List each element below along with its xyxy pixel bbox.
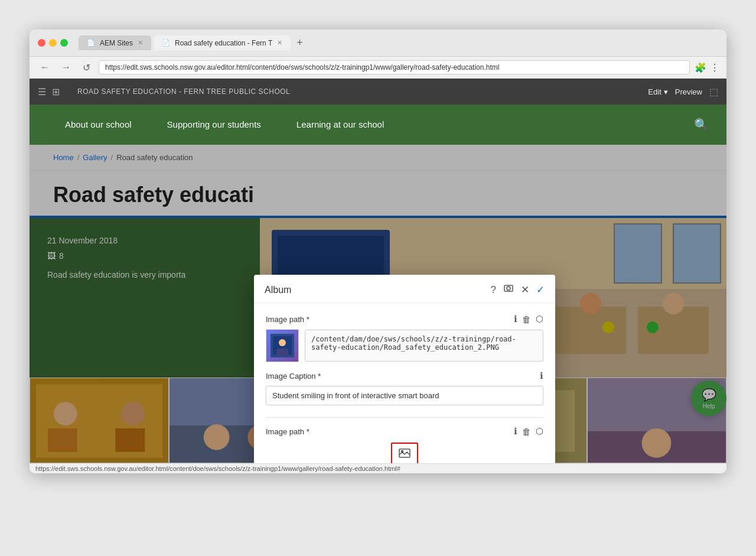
refresh-button[interactable]: ↺ [79, 61, 94, 74]
nav-item-supporting[interactable]: Supporting our students [149, 113, 279, 136]
image-path-reorder-button-1[interactable]: ⬡ [536, 314, 543, 324]
status-bar: https://edit.sws.schools.nsw.gov.au/edit… [30, 463, 726, 473]
nav-item-about-label: About our school [65, 119, 132, 129]
svg-point-42 [507, 287, 510, 290]
edit-button[interactable]: Edit ▾ [648, 87, 667, 96]
nav-item-supporting-label: Supporting our students [167, 119, 261, 129]
svg-point-48 [402, 451, 403, 453]
image-picker-button-highlighted[interactable] [391, 443, 418, 463]
edit-chevron-icon: ▾ [664, 87, 668, 96]
status-url: https://edit.sws.schools.nsw.gov.au/edit… [35, 465, 400, 472]
dialog-screenshot-button[interactable] [503, 283, 514, 297]
tab-close-1[interactable]: ✕ [138, 39, 143, 47]
image-picker-icon-2[interactable] [393, 445, 416, 463]
aem-toolbar-title: ROAD SAFETY EDUCATION - FERN TREE PUBLIC… [77, 87, 290, 96]
caption-actions-1: ℹ [540, 370, 543, 381]
svg-point-45 [279, 339, 286, 346]
nav-item-learning-label: Learning at our school [296, 119, 384, 129]
image-path-row-1: /content/dam/doe/sws/schools/z/z-trainin… [266, 329, 543, 362]
dialog-header: Album ? ✕ ✓ [254, 275, 555, 303]
tab-road-safety[interactable]: 📄 Road safety education - Fern T ✕ [154, 35, 291, 50]
dialog-confirm-button[interactable]: ✓ [536, 284, 545, 296]
dialog-close-button[interactable]: ✕ [521, 284, 529, 296]
image-caption-label-row-1: Image Caption * ℹ [266, 370, 543, 381]
tab-road-safety-label: Road safety education - Fern T [175, 39, 272, 47]
image-thumb-inner-1 [266, 330, 298, 362]
tab-doc-icon-2: 📄 [162, 39, 170, 47]
image-path-label-row-1: Image path * ℹ 🗑 ⬡ [266, 314, 543, 324]
maximize-traffic-light[interactable] [60, 39, 68, 47]
minimize-traffic-light[interactable] [49, 39, 57, 47]
separator-1 [266, 417, 543, 418]
settings-icon[interactable]: ⊞ [52, 86, 60, 97]
image-path-input-1[interactable]: /content/dam/doe/sws/schools/z/z-trainin… [305, 330, 543, 362]
field-actions-2: ℹ 🗑 ⬡ [514, 426, 543, 437]
dialog-title: Album [265, 285, 291, 295]
image-entry-2: Image path * ℹ 🗑 ⬡ [266, 426, 543, 463]
image-caption-label-1: Image Caption * [266, 372, 321, 381]
new-tab-button[interactable]: + [293, 35, 307, 50]
image-path-info-button-1[interactable]: ℹ [514, 314, 517, 324]
address-bar[interactable] [99, 60, 690, 74]
image-thumbnail-1 [266, 329, 299, 362]
dialog-body: Image path * ℹ 🗑 ⬡ [254, 303, 555, 463]
image-caption-input-1[interactable] [266, 386, 543, 405]
tab-close-2[interactable]: ✕ [277, 39, 282, 47]
image-path-reorder-button-2[interactable]: ⬡ [536, 426, 543, 437]
forward-button[interactable]: → [58, 61, 74, 74]
nav-item-learning[interactable]: Learning at our school [279, 113, 402, 136]
image-path-delete-button-2[interactable]: 🗑 [522, 427, 531, 437]
export-icon[interactable]: ⬚ [709, 86, 718, 97]
aem-toolbar: ☰ ⊞ ROAD SAFETY EDUCATION - FERN TREE PU… [30, 79, 726, 105]
album-dialog: Album ? ✕ ✓ [254, 275, 555, 463]
dialog-header-actions: ? ✕ ✓ [491, 283, 545, 297]
image-entry-1: Image path * ℹ 🗑 ⬡ [266, 314, 543, 405]
menu-button[interactable]: ⋮ [710, 62, 719, 73]
extensions-button[interactable]: 🧩 [695, 62, 706, 73]
site-navigation: About our school Supporting our students… [30, 105, 726, 145]
caption-info-button-1[interactable]: ℹ [540, 370, 543, 381]
tab-doc-icon-1: 📄 [87, 39, 95, 47]
edit-label: Edit [648, 87, 661, 96]
image-path-label-row-2: Image path * ℹ 🗑 ⬡ [266, 426, 543, 437]
image-path-delete-button-1[interactable]: 🗑 [522, 314, 531, 324]
svg-rect-46 [276, 349, 288, 356]
image-path-label-1: Image path * [266, 315, 309, 324]
search-icon[interactable]: 🔍 [694, 118, 709, 132]
image-path-info-button-2[interactable]: ℹ [514, 426, 517, 437]
tab-aem-sites[interactable]: 📄 AEM Sites ✕ [79, 35, 151, 50]
tab-aem-sites-label: AEM Sites [100, 39, 133, 47]
image-path-label-2: Image path * [266, 427, 309, 436]
image-picker-row-2 [266, 443, 543, 463]
field-actions-1: ℹ 🗑 ⬡ [514, 314, 543, 324]
dialog-help-button[interactable]: ? [491, 284, 496, 296]
preview-button[interactable]: Preview [675, 87, 702, 96]
back-button[interactable]: ← [37, 61, 53, 74]
sidebar-toggle-icon[interactable]: ☰ [38, 86, 46, 97]
nav-item-about[interactable]: About our school [47, 113, 149, 136]
close-traffic-light[interactable] [38, 39, 45, 47]
